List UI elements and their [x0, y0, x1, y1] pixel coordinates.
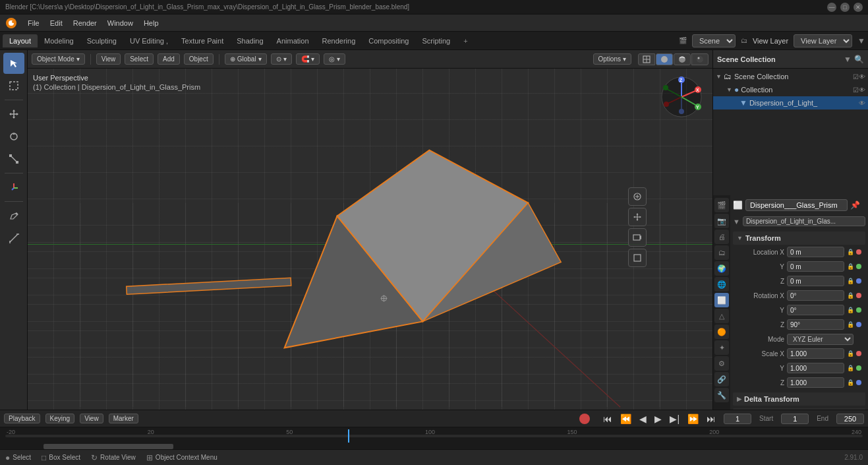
tab-sculpting[interactable]: Sculpting — [80, 34, 123, 47]
prev-frame-button[interactable]: ◀ — [637, 412, 649, 425]
scale-z-lock-icon[interactable]: 🔒 — [847, 379, 854, 386]
tab-scripting[interactable]: Scripting — [415, 34, 457, 47]
timeline-track[interactable]: -20 20 50 100 150 200 240 — [0, 427, 868, 444]
move-tool-button[interactable] — [3, 104, 24, 125]
menu-render[interactable]: Render — [69, 18, 101, 28]
maximize-button[interactable]: □ — [840, 3, 850, 12]
add-menu[interactable]: Add — [158, 53, 180, 65]
rotation-x-value[interactable]: 0° — [787, 290, 844, 301]
tab-add[interactable]: + — [457, 34, 474, 47]
menu-edit[interactable]: Edit — [46, 18, 67, 28]
scale-y-dot[interactable] — [856, 365, 861, 371]
outliner-filter2-icon[interactable]: 🔍 — [854, 55, 864, 64]
minimize-button[interactable]: — — [827, 3, 836, 12]
prop-tab-world[interactable]: 🌐 — [714, 277, 729, 292]
data-block-field[interactable]: Dispersion_of_Light_in_Glas... — [743, 216, 865, 226]
prop-tab-particles[interactable]: ✦ — [714, 340, 729, 355]
rotation-z-value[interactable]: 90° — [787, 319, 844, 330]
prop-tab-output[interactable]: 🖨 — [714, 230, 729, 244]
rotation-x-dot[interactable] — [856, 293, 861, 298]
object-menu[interactable]: Object — [184, 53, 214, 65]
pan-button[interactable] — [628, 208, 647, 226]
scale-x-value[interactable]: 1.000 — [787, 348, 844, 359]
tab-rendering[interactable]: Rendering — [316, 34, 362, 47]
scale-x-dot[interactable] — [856, 351, 861, 356]
location-y-value[interactable]: 0 m — [787, 261, 844, 272]
marker-menu[interactable]: Marker — [109, 414, 138, 423]
tree-item-collection[interactable]: ▼ ● Collection ☑ 👁 — [713, 83, 868, 96]
pin-icon[interactable]: 📌 — [850, 201, 860, 210]
scene-collection-checkbox-icon[interactable]: ☑ — [853, 73, 859, 80]
pivot-selector[interactable]: ⊙ ▾ — [271, 53, 292, 65]
tab-texture-paint[interactable]: Texture Paint — [175, 34, 230, 47]
shading-material-btn[interactable] — [674, 53, 691, 65]
scale-z-value[interactable]: 1.000 — [787, 377, 844, 388]
location-z-dot[interactable] — [856, 278, 861, 284]
tree-item-scene-collection[interactable]: ▼ 🗂 Scene Collection ☑ 👁 — [713, 70, 868, 83]
prop-tab-physics[interactable]: ⚙ — [714, 356, 729, 371]
next-frame-button[interactable]: ▶| — [667, 412, 682, 425]
outliner-filter-icon[interactable]: ▼ — [844, 55, 852, 64]
proportional-toggle[interactable]: ◎ ▾ — [324, 53, 345, 65]
prop-tab-object[interactable]: ⬜ — [714, 293, 729, 307]
location-x-dot[interactable] — [856, 249, 861, 255]
prop-tab-material[interactable]: 🟠 — [714, 325, 729, 339]
scale-y-lock-icon[interactable]: 🔒 — [847, 365, 854, 371]
shading-wireframe-btn[interactable] — [638, 53, 655, 65]
options-button[interactable]: Options ▾ — [593, 53, 631, 65]
box-select-button[interactable] — [3, 75, 24, 96]
snap-toggle[interactable]: 🧲 ▾ — [296, 53, 320, 65]
annotate-button[interactable] — [3, 205, 24, 226]
playback-menu[interactable]: Playback — [4, 414, 40, 423]
scale-tool-button[interactable] — [3, 148, 24, 170]
location-z-lock-icon[interactable]: 🔒 — [847, 278, 854, 284]
tree-item-dispersion[interactable]: ▼ Dispersion_of_Light_ 👁 — [713, 96, 868, 109]
prop-tab-modifiers[interactable]: 🔧 — [714, 388, 729, 402]
tab-compositing[interactable]: Compositing — [362, 34, 415, 47]
rotate-tool-button[interactable] — [3, 126, 24, 147]
location-x-value[interactable]: 0 m — [787, 247, 844, 257]
measure-button[interactable] — [3, 228, 24, 249]
tab-shading[interactable]: Shading — [230, 34, 270, 47]
tab-uv-editing[interactable]: UV Editing , — [123, 34, 175, 47]
scene-collection-eye[interactable]: 👁 — [859, 73, 865, 80]
timeline-scrollbar[interactable] — [0, 444, 868, 449]
rotation-z-dot[interactable] — [856, 322, 861, 327]
menu-help[interactable]: Help — [140, 18, 163, 28]
prop-tab-constraints[interactable]: 🔗 — [714, 372, 729, 387]
transform-selector[interactable]: ⊕ Global ▾ — [225, 53, 267, 65]
scale-x-lock-icon[interactable]: 🔒 — [847, 350, 854, 357]
location-z-value[interactable]: 0 m — [787, 276, 844, 286]
collection-checkbox-icon[interactable]: ☑ — [853, 86, 859, 94]
view-menu[interactable]: View — [96, 53, 121, 65]
select-tool-button[interactable] — [3, 53, 24, 74]
tab-modeling[interactable]: Modeling — [38, 34, 80, 47]
rotation-y-value[interactable]: 0° — [787, 305, 844, 315]
shading-rendered-btn[interactable] — [691, 53, 709, 65]
location-y-lock-icon[interactable]: 🔒 — [847, 263, 854, 270]
menu-window[interactable]: Window — [103, 18, 137, 28]
mode-selector[interactable]: Object Mode ▾ — [32, 53, 85, 65]
prop-tab-scene[interactable]: 🎬 — [714, 198, 729, 212]
rotation-x-lock-icon[interactable]: 🔒 — [847, 292, 854, 299]
select-menu[interactable]: Select — [125, 53, 154, 65]
prop-tab-mesh[interactable]: △ — [714, 309, 729, 323]
prop-tab-scene-data[interactable]: 🌍 — [714, 261, 729, 276]
end-frame-input[interactable] — [836, 414, 864, 424]
transform-tool-button[interactable] — [3, 177, 24, 198]
dispersion-eye[interactable]: 👁 — [859, 100, 865, 107]
location-x-lock-icon[interactable]: 🔒 — [847, 249, 854, 255]
rotation-y-lock-icon[interactable]: 🔒 — [847, 307, 854, 313]
current-frame-input[interactable]: 1 — [724, 414, 751, 424]
transform-section-header[interactable]: ▼ Transform — [733, 232, 865, 245]
next-keyframe-button[interactable]: ⏩ — [685, 412, 701, 425]
tab-layout[interactable]: Layout — [3, 34, 38, 47]
scale-y-value[interactable]: 1.000 — [787, 363, 844, 373]
prev-keyframe-button[interactable]: ⏪ — [618, 412, 634, 425]
scene-selector[interactable]: Scene — [692, 34, 736, 47]
play-button[interactable]: ▶ — [652, 412, 664, 425]
rotation-z-lock-icon[interactable]: 🔒 — [847, 321, 854, 328]
object-name-input[interactable] — [745, 199, 848, 211]
record-button[interactable] — [579, 414, 590, 424]
prop-tab-render[interactable]: 📷 — [714, 214, 729, 228]
